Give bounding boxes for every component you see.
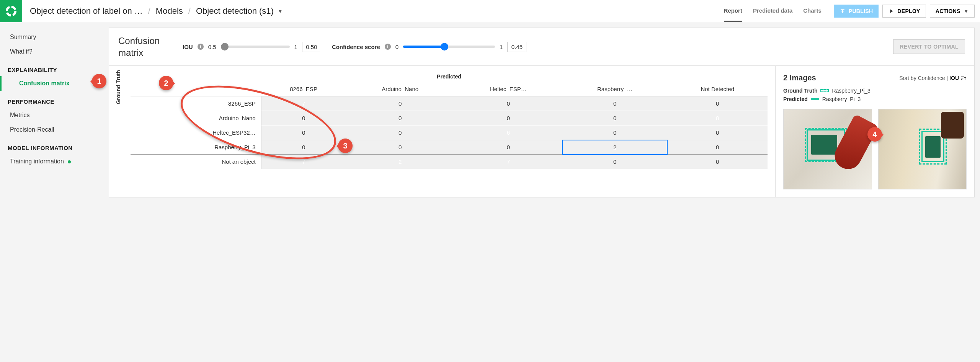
col-header[interactable]: Raspberry_… xyxy=(562,82,667,96)
matrix-cell[interactable]: 0 xyxy=(346,126,454,140)
svg-point-0 xyxy=(7,7,16,15)
chevron-down-icon: ▼ xyxy=(964,8,969,14)
sort-control[interactable]: Sort by Confidence | IOU xyxy=(899,75,967,81)
matrix-cell[interactable]: 2 xyxy=(346,155,454,169)
matrix-cell[interactable]: 0 xyxy=(562,126,667,140)
x-axis-label: Predicted xyxy=(131,73,768,82)
annotation-callout-1: 1 xyxy=(92,74,106,88)
matrix-cell[interactable]: 0 xyxy=(667,126,768,140)
crumb-project[interactable]: Object detection of label on … xyxy=(30,6,143,16)
sidebar-item-precision-recall[interactable]: Precision-Recall xyxy=(0,122,103,137)
top-buttons: PUBLISH DEPLOY ACTIONS ▼ xyxy=(828,5,980,18)
sort-prefix: Sort by xyxy=(899,75,916,81)
conf-max: 1 xyxy=(500,44,503,50)
matrix-cell[interactable]: 0 xyxy=(261,111,346,126)
status-dot-icon xyxy=(68,160,71,163)
confidence-slider[interactable] xyxy=(403,46,495,48)
matrix-cell[interactable]: 0 xyxy=(562,96,667,111)
tab-charts[interactable]: Charts xyxy=(803,0,822,22)
matrix-cell[interactable]: 7 xyxy=(261,96,346,111)
sidebar-section-model-info: MODEL INFORMATION xyxy=(0,137,103,154)
publish-button[interactable]: PUBLISH xyxy=(834,5,879,18)
crumb-model-label: Object detection (s1) xyxy=(196,6,274,16)
confusion-matrix-table: 8266_ESP Arduino_Nano Heltec_ESP… Raspbe… xyxy=(131,82,768,169)
sidebar: Summary What if? EXPLAINABILITY Confusio… xyxy=(0,22,103,203)
actions-button[interactable]: ACTIONS ▼ xyxy=(930,5,975,18)
sort-option-iou[interactable]: IOU xyxy=(949,75,959,81)
y-axis-label: Ground Truth xyxy=(115,70,121,104)
matrix-cell[interactable]: 0 xyxy=(667,140,768,155)
legend-class: Raspberry_Pi_3 xyxy=(822,96,861,102)
sidebar-item-summary[interactable]: Summary xyxy=(0,30,103,44)
matrix-cell[interactable]: 0 xyxy=(562,155,667,169)
legend-ground-truth: Ground Truth Raspberry_Pi_3 xyxy=(783,88,967,94)
sidebar-item-confusion-matrix[interactable]: Confusion matrix 1 xyxy=(0,76,103,91)
col-header[interactable]: Arduino_Nano xyxy=(346,82,454,96)
publish-icon xyxy=(840,8,846,14)
iou-value[interactable]: 0.50 xyxy=(302,42,321,52)
top-tabs: Report Predicted data Charts xyxy=(717,0,828,22)
info-icon[interactable]: i xyxy=(198,44,204,50)
matrix-cell[interactable]: 0 xyxy=(346,96,454,111)
crumb-model[interactable]: Object detection (s1) ▼ xyxy=(196,6,283,16)
matrix-cell[interactable]: 0 xyxy=(667,96,768,111)
breadcrumbs: Object detection of label on … / Models … xyxy=(22,6,717,16)
sidebar-section-performance: PERFORMANCE xyxy=(0,91,103,108)
matrix-cell[interactable]: 7 xyxy=(261,155,346,169)
deploy-button[interactable]: DEPLOY xyxy=(882,5,926,18)
matrix-cell[interactable]: 0 xyxy=(454,140,563,155)
app-logo[interactable] xyxy=(0,0,22,22)
controls-panel: Confusion matrix IOU i 0.5 1 0.50 Confid… xyxy=(109,28,975,66)
info-icon[interactable]: i xyxy=(385,44,391,50)
crumb-sep: / xyxy=(148,6,150,16)
col-header[interactable]: Not Detected xyxy=(667,82,768,96)
iou-min: 0.5 xyxy=(208,44,216,50)
actions-label: ACTIONS xyxy=(936,8,960,14)
matrix-cell[interactable]: 6 xyxy=(454,126,563,140)
row-header[interactable]: Arduino_Nano xyxy=(131,111,261,126)
tab-predicted-data[interactable]: Predicted data xyxy=(753,0,792,22)
iou-slider[interactable] xyxy=(221,46,290,48)
confusion-matrix-panel: Predicted Ground Truth 8266_ESP Arduino_… xyxy=(109,66,776,197)
matrix-cell-selected[interactable]: 2 xyxy=(562,140,667,155)
sidebar-item-metrics[interactable]: Metrics xyxy=(0,108,103,122)
images-title: 2 Images xyxy=(783,73,816,82)
sidebar-item-training-info[interactable]: Training information xyxy=(0,154,103,169)
row-header[interactable]: Not an object xyxy=(131,155,261,169)
chevron-down-icon: ▼ xyxy=(278,8,283,14)
row-header[interactable]: Raspberry_Pi_3 xyxy=(131,140,261,155)
revert-button[interactable]: REVERT TO OPTIMAL xyxy=(893,39,965,54)
tab-report[interactable]: Report xyxy=(724,0,742,22)
image-thumbnail[interactable] xyxy=(878,109,967,189)
col-header[interactable]: 8266_ESP xyxy=(261,82,346,96)
matrix-cell[interactable]: 7 xyxy=(454,155,563,169)
row-header[interactable]: Heltec_ESP32… xyxy=(131,126,261,140)
sidebar-section-explainability: EXPLAINABILITY xyxy=(0,59,103,76)
row-header[interactable]: 8266_ESP xyxy=(131,96,261,111)
iou-max: 1 xyxy=(294,44,297,50)
matrix-cell[interactable]: 0 xyxy=(562,111,667,126)
panel-title: Confusion matrix xyxy=(118,35,172,59)
matrix-cell[interactable]: 0 xyxy=(667,155,768,169)
sidebar-item-whatif[interactable]: What if? xyxy=(0,44,103,59)
play-icon xyxy=(888,8,894,14)
confidence-label: Confidence score xyxy=(332,44,380,50)
matrix-cell[interactable]: 0 xyxy=(261,126,346,140)
conf-min: 0 xyxy=(395,44,399,50)
iou-label: IOU xyxy=(183,44,193,50)
confidence-value[interactable]: 0.45 xyxy=(507,42,526,52)
matrix-cell[interactable]: 0 xyxy=(346,140,454,155)
matrix-cell[interactable]: 0 xyxy=(454,111,563,126)
crumb-models[interactable]: Models xyxy=(156,6,183,16)
matrix-cell[interactable]: 0 xyxy=(454,96,563,111)
logo-icon xyxy=(5,5,17,17)
publish-label: PUBLISH xyxy=(849,8,873,14)
confidence-slider-group: Confidence score i 0 1 0.45 xyxy=(332,42,527,52)
matrix-cell[interactable]: 8 xyxy=(667,111,768,126)
col-header[interactable]: Heltec_ESP… xyxy=(454,82,563,96)
sidebar-item-label: Training information xyxy=(10,158,64,165)
iou-slider-group: IOU i 0.5 1 0.50 xyxy=(183,42,321,52)
image-thumbnail[interactable] xyxy=(783,109,872,189)
sort-option-confidence[interactable]: Confidence xyxy=(918,75,945,81)
matrix-cell[interactable]: 0 xyxy=(346,111,454,126)
